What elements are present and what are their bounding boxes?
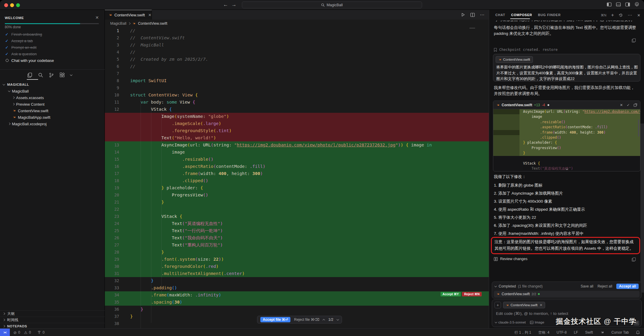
- welcome-item[interactable]: ✓Prompt an edit: [5, 44, 102, 51]
- source-control-icon[interactable]: [49, 73, 54, 78]
- next-diff-icon[interactable]: [337, 318, 339, 320]
- tab-bug-finder[interactable]: BUG FINDER: [538, 13, 561, 17]
- tab-composer[interactable]: COMPOSER: [511, 13, 532, 17]
- code-line[interactable]: 28 }: [105, 249, 489, 256]
- tree-item-preview-content[interactable]: Preview Content: [0, 101, 105, 107]
- code-line[interactable]: 36 }: [105, 306, 489, 313]
- code-line[interactable]: 30 .foregroundColor(.red): [105, 263, 489, 270]
- panel-more-icon[interactable]: ⋯: [628, 12, 632, 18]
- code-line[interactable]: 2// ContentView.swift: [105, 34, 489, 41]
- code-line[interactable]: 8import SwiftUI: [105, 77, 489, 84]
- copy-icon[interactable]: [632, 257, 636, 262]
- history-icon[interactable]: [619, 13, 623, 17]
- code-line[interactable]: 22: [105, 206, 489, 213]
- minimize-window-button[interactable]: [10, 3, 14, 7]
- collapse-completed-icon[interactable]: [494, 285, 497, 287]
- code-line[interactable]: 10struct ContentView: View {: [105, 91, 489, 99]
- code-line[interactable]: 19 } placeholder: {: [105, 184, 489, 191]
- errors-indicator[interactable]: ⊘0: [13, 330, 20, 335]
- welcome-item[interactable]: ✓Finish onboarding: [5, 31, 102, 37]
- code-line[interactable]: 20 ProgressView(): [105, 191, 489, 199]
- toggle-left-sidebar-icon[interactable]: [607, 2, 612, 7]
- code-line[interactable]: 26 Text("我命由码不由天"): [105, 234, 489, 241]
- sidebar-section-1[interactable]: 时间线: [0, 317, 105, 323]
- code-line[interactable]: 35 .spacing(30): [105, 299, 489, 306]
- code-line[interactable]: 17 .frame(width: 400, height: 300): [105, 170, 489, 177]
- maximize-window-button[interactable]: [16, 3, 20, 7]
- tab-chat[interactable]: CHAT: [495, 13, 505, 17]
- cursor-tab-indicator[interactable]: Cursor Tab: [612, 330, 629, 335]
- context-file-chip[interactable]: ContentView.swift ✕: [503, 302, 545, 308]
- swift-status-icon[interactable]: [600, 330, 604, 335]
- more-views-chevron-icon[interactable]: [70, 74, 72, 76]
- code-line[interactable]: Image(systemName: "globe"): [105, 113, 489, 120]
- close-window-button[interactable]: [4, 3, 8, 7]
- code-line[interactable]: 14 image: [105, 149, 489, 156]
- extensions-icon[interactable]: [60, 73, 65, 78]
- panel-scrollbar[interactable]: [640, 124, 644, 293]
- code-line[interactable]: 1//: [105, 27, 489, 34]
- welcome-item[interactable]: Chat with your codebase: [5, 57, 102, 64]
- add-context-button[interactable]: +: [494, 302, 501, 308]
- warnings-indicator[interactable]: ⚠0: [24, 330, 31, 335]
- apply-icon[interactable]: ✓: [627, 103, 630, 107]
- accept-hunk-button[interactable]: Accept ⌘Y: [441, 292, 461, 296]
- code-line[interactable]: 12 VStack {: [105, 106, 489, 113]
- file-chip[interactable]: ContentView.swift: [496, 56, 533, 63]
- code-line[interactable]: 34 .frame(maxWidth: .infinity): [105, 291, 489, 299]
- code-line[interactable]: 27 Text("重构人间百万轮"): [105, 241, 489, 249]
- more-actions-icon[interactable]: ⋯: [480, 12, 485, 18]
- changed-file-row[interactable]: ContentView.swift 2/2: [494, 291, 640, 297]
- copy-icon[interactable]: [632, 38, 636, 43]
- ports-indicator[interactable]: 0: [37, 330, 45, 335]
- restore-link[interactable]: restore: [542, 48, 558, 52]
- code-line[interactable]: 24 Text("莫道编程无血性"): [105, 220, 489, 227]
- code-line[interactable]: 21 }: [105, 199, 489, 206]
- accept-all-button[interactable]: Accept all: [616, 284, 639, 289]
- tree-item-contentview-swift[interactable]: ContentView.swift: [0, 107, 105, 114]
- reject-hunk-button[interactable]: Reject ⌘N: [462, 292, 482, 296]
- code-line[interactable]: 5// Created by zm on 2025/2/7.: [105, 56, 489, 63]
- code-line[interactable]: 29 .font(.system(size: 22)): [105, 256, 489, 263]
- review-changes-button[interactable]: Review changes: [494, 257, 528, 261]
- prev-diff-icon[interactable]: [323, 319, 325, 321]
- code-line[interactable]: 18 .clipped(): [105, 177, 489, 184]
- welcome-item[interactable]: ✓Accept a tab: [5, 37, 102, 44]
- language-indicator[interactable]: Swift: [585, 330, 593, 335]
- attach-image-button[interactable]: Image: [530, 321, 544, 324]
- code-line[interactable]: 23 VStack {: [105, 213, 489, 220]
- toggle-right-panel-icon[interactable]: [625, 2, 630, 7]
- remove-chip-icon[interactable]: ✕: [540, 303, 543, 307]
- tree-item-magicballapp-swift[interactable]: MagicBallApp.swift: [0, 114, 105, 121]
- code-line[interactable]: 32 }: [105, 277, 489, 284]
- toggle-bottom-panel-icon[interactable]: [616, 2, 621, 7]
- code-line[interactable]: 9: [105, 84, 489, 91]
- code-line[interactable]: 13 AsyncImage(url: URL(string: "https://…: [105, 141, 489, 149]
- tree-item-assets-xcassets[interactable]: Assets.xcassets: [0, 94, 105, 101]
- cursor-position-indicator[interactable]: 行 1，列 1: [514, 330, 531, 335]
- code-line[interactable]: 33 .padding(): [105, 284, 489, 291]
- code-line[interactable]: 4//: [105, 49, 489, 56]
- code-line[interactable]: 15 .resizable(): [105, 156, 489, 163]
- accept-file-button[interactable]: Accept file ⌘⏎: [260, 317, 290, 322]
- expand-code-chevron-icon[interactable]: [566, 165, 568, 171]
- welcome-item[interactable]: ✓Ask a question: [5, 51, 102, 57]
- code-line[interactable]: 6//: [105, 63, 489, 70]
- reject-all-button[interactable]: Reject all: [598, 284, 612, 288]
- welcome-close-icon[interactable]: ✕: [95, 15, 99, 20]
- code-line[interactable]: 31 .multilineTextAlignment(.center): [105, 270, 489, 277]
- bell-icon[interactable]: [636, 330, 640, 335]
- tree-item-magicball-xcodeproj[interactable]: MagicBall.xcodeproj: [0, 121, 105, 127]
- code-line[interactable]: 11 var body: some View {: [105, 99, 489, 106]
- sidebar-section-0[interactable]: 大纲: [0, 310, 105, 317]
- code-card-scrollbar[interactable]: [638, 119, 639, 137]
- code-line[interactable]: Text("Hello, world!"): [105, 134, 489, 141]
- code-line[interactable]: 16 .aspectRatio(contentMode: .fill): [105, 163, 489, 170]
- indentation-indicator[interactable]: 空格: 4: [538, 330, 549, 335]
- search-sidebar-icon[interactable]: [38, 73, 43, 78]
- reject-file-button[interactable]: Reject file ⌘⌫: [294, 318, 319, 322]
- breadcrumb[interactable]: MagicBall ContentView.swift: [105, 20, 489, 27]
- tree-item-magicball[interactable]: MagicBall: [0, 88, 105, 94]
- tree-root-magicball[interactable]: MAGICBALL: [0, 81, 105, 88]
- code-line[interactable]: 25 Text("一行代码一乾坤"): [105, 227, 489, 234]
